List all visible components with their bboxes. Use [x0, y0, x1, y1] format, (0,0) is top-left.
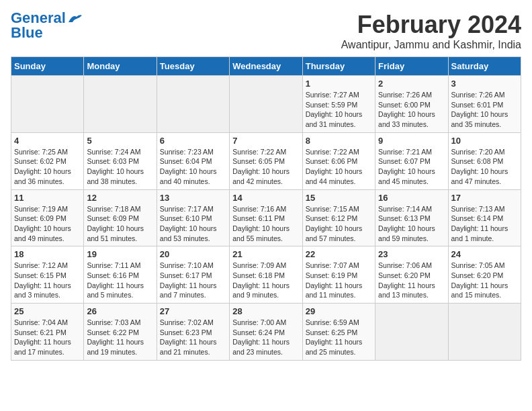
calendar-day-cell: 20Sunrise: 7:10 AM Sunset: 6:17 PM Dayli… — [157, 246, 229, 304]
calendar-day-cell: 9Sunrise: 7:21 AM Sunset: 6:07 PM Daylig… — [375, 132, 448, 189]
day-number: 21 — [232, 249, 299, 259]
calendar-table: SundayMondayTuesdayWednesdayThursdayFrid… — [11, 56, 521, 361]
day-number: 7 — [232, 136, 299, 146]
day-info: Sunrise: 7:26 AM Sunset: 6:01 PM Dayligh… — [451, 90, 518, 130]
calendar-day-cell: 12Sunrise: 7:18 AM Sunset: 6:09 PM Dayli… — [84, 189, 157, 246]
calendar-day-cell: 10Sunrise: 7:20 AM Sunset: 6:08 PM Dayli… — [448, 132, 521, 189]
calendar-week-row: 11Sunrise: 7:19 AM Sunset: 6:09 PM Dayli… — [11, 189, 521, 246]
day-info: Sunrise: 7:04 AM Sunset: 6:21 PM Dayligh… — [14, 318, 81, 357]
calendar-day-cell: 22Sunrise: 7:07 AM Sunset: 6:19 PM Dayli… — [302, 246, 375, 304]
day-number: 2 — [378, 79, 445, 89]
day-info: Sunrise: 7:10 AM Sunset: 6:17 PM Dayligh… — [160, 261, 226, 300]
calendar-header-row: SundayMondayTuesdayWednesdayThursdayFrid… — [11, 57, 521, 76]
day-number: 26 — [87, 306, 153, 316]
calendar-day-cell: 3Sunrise: 7:26 AM Sunset: 6:01 PM Daylig… — [448, 76, 521, 133]
logo-bird-icon — [67, 13, 82, 25]
calendar-day-cell: 13Sunrise: 7:17 AM Sunset: 6:10 PM Dayli… — [157, 189, 229, 246]
day-number: 15 — [306, 193, 372, 203]
calendar-day-cell: 27Sunrise: 7:02 AM Sunset: 6:23 PM Dayli… — [157, 304, 229, 361]
day-number: 22 — [306, 249, 372, 259]
calendar-day-cell — [157, 76, 229, 133]
day-info: Sunrise: 7:07 AM Sunset: 6:19 PM Dayligh… — [306, 261, 372, 300]
location-title: Awantipur, Jammu and Kashmir, India — [341, 39, 521, 51]
calendar-day-cell: 5Sunrise: 7:24 AM Sunset: 6:03 PM Daylig… — [84, 132, 157, 189]
day-info: Sunrise: 6:59 AM Sunset: 6:25 PM Dayligh… — [306, 318, 372, 357]
day-number: 5 — [87, 136, 153, 146]
day-info: Sunrise: 7:26 AM Sunset: 6:00 PM Dayligh… — [378, 90, 445, 130]
day-number: 16 — [378, 193, 445, 203]
day-info: Sunrise: 7:18 AM Sunset: 6:09 PM Dayligh… — [87, 204, 153, 244]
day-number: 6 — [160, 136, 226, 146]
calendar-day-cell: 23Sunrise: 7:06 AM Sunset: 6:20 PM Dayli… — [375, 246, 448, 304]
day-info: Sunrise: 7:00 AM Sunset: 6:24 PM Dayligh… — [232, 318, 299, 357]
calendar-week-row: 4Sunrise: 7:25 AM Sunset: 6:02 PM Daylig… — [11, 132, 521, 189]
header: General Blue February 2024 Awantipur, Ja… — [11, 11, 521, 51]
day-number: 27 — [160, 306, 226, 316]
day-info: Sunrise: 7:14 AM Sunset: 6:13 PM Dayligh… — [378, 204, 445, 244]
month-year-title: February 2024 — [341, 11, 521, 39]
calendar-header-cell: Thursday — [302, 57, 375, 76]
calendar-day-cell — [230, 76, 302, 133]
calendar-day-cell: 28Sunrise: 7:00 AM Sunset: 6:24 PM Dayli… — [230, 304, 302, 361]
calendar-week-row: 18Sunrise: 7:12 AM Sunset: 6:15 PM Dayli… — [11, 246, 521, 304]
day-number: 12 — [87, 193, 153, 203]
calendar-day-cell: 24Sunrise: 7:05 AM Sunset: 6:20 PM Dayli… — [448, 246, 521, 304]
day-number: 14 — [232, 193, 299, 203]
calendar-day-cell: 25Sunrise: 7:04 AM Sunset: 6:21 PM Dayli… — [11, 304, 84, 361]
day-info: Sunrise: 7:21 AM Sunset: 6:07 PM Dayligh… — [378, 147, 445, 187]
day-info: Sunrise: 7:05 AM Sunset: 6:20 PM Dayligh… — [451, 261, 518, 300]
day-number: 9 — [378, 136, 445, 146]
calendar-day-cell — [375, 304, 448, 361]
calendar-day-cell: 2Sunrise: 7:26 AM Sunset: 6:00 PM Daylig… — [375, 76, 448, 133]
calendar-week-row: 25Sunrise: 7:04 AM Sunset: 6:21 PM Dayli… — [11, 304, 521, 361]
calendar-header-cell: Sunday — [11, 57, 84, 76]
day-number: 4 — [14, 136, 81, 146]
day-info: Sunrise: 7:11 AM Sunset: 6:16 PM Dayligh… — [87, 261, 153, 300]
calendar-day-cell — [11, 76, 84, 133]
day-info: Sunrise: 7:15 AM Sunset: 6:12 PM Dayligh… — [306, 204, 372, 244]
day-number: 13 — [160, 193, 226, 203]
day-info: Sunrise: 7:22 AM Sunset: 6:06 PM Dayligh… — [306, 147, 372, 187]
calendar-day-cell: 4Sunrise: 7:25 AM Sunset: 6:02 PM Daylig… — [11, 132, 84, 189]
day-number: 24 — [451, 249, 518, 259]
calendar-day-cell: 6Sunrise: 7:23 AM Sunset: 6:04 PM Daylig… — [157, 132, 229, 189]
calendar-day-cell: 26Sunrise: 7:03 AM Sunset: 6:22 PM Dayli… — [84, 304, 157, 361]
day-info: Sunrise: 7:25 AM Sunset: 6:02 PM Dayligh… — [14, 147, 81, 187]
calendar-header-cell: Friday — [375, 57, 448, 76]
day-number: 10 — [451, 136, 518, 146]
day-info: Sunrise: 7:09 AM Sunset: 6:18 PM Dayligh… — [232, 261, 299, 300]
day-info: Sunrise: 7:19 AM Sunset: 6:09 PM Dayligh… — [14, 204, 81, 244]
calendar-day-cell: 7Sunrise: 7:22 AM Sunset: 6:05 PM Daylig… — [230, 132, 302, 189]
calendar-day-cell — [84, 76, 157, 133]
day-info: Sunrise: 7:22 AM Sunset: 6:05 PM Dayligh… — [232, 147, 299, 187]
day-info: Sunrise: 7:13 AM Sunset: 6:14 PM Dayligh… — [451, 204, 518, 244]
day-number: 19 — [87, 249, 153, 259]
calendar-week-row: 1Sunrise: 7:27 AM Sunset: 5:59 PM Daylig… — [11, 76, 521, 133]
calendar-day-cell: 14Sunrise: 7:16 AM Sunset: 6:11 PM Dayli… — [230, 189, 302, 246]
calendar-body: 1Sunrise: 7:27 AM Sunset: 5:59 PM Daylig… — [11, 76, 521, 361]
day-number: 17 — [451, 193, 518, 203]
title-area: February 2024 Awantipur, Jammu and Kashm… — [341, 11, 521, 51]
day-number: 18 — [14, 249, 81, 259]
day-info: Sunrise: 7:06 AM Sunset: 6:20 PM Dayligh… — [378, 261, 445, 300]
day-number: 3 — [451, 79, 518, 89]
day-info: Sunrise: 7:16 AM Sunset: 6:11 PM Dayligh… — [232, 204, 299, 244]
calendar-header-cell: Wednesday — [230, 57, 302, 76]
day-number: 20 — [160, 249, 226, 259]
day-number: 23 — [378, 249, 445, 259]
calendar-day-cell: 8Sunrise: 7:22 AM Sunset: 6:06 PM Daylig… — [302, 132, 375, 189]
day-number: 8 — [306, 136, 372, 146]
day-info: Sunrise: 7:24 AM Sunset: 6:03 PM Dayligh… — [87, 147, 153, 187]
logo: General Blue — [11, 11, 82, 40]
day-info: Sunrise: 7:17 AM Sunset: 6:10 PM Dayligh… — [160, 204, 226, 244]
calendar-day-cell: 29Sunrise: 6:59 AM Sunset: 6:25 PM Dayli… — [302, 304, 375, 361]
day-info: Sunrise: 7:23 AM Sunset: 6:04 PM Dayligh… — [160, 147, 226, 187]
day-number: 28 — [232, 306, 299, 316]
calendar-day-cell: 17Sunrise: 7:13 AM Sunset: 6:14 PM Dayli… — [448, 189, 521, 246]
day-number: 25 — [14, 306, 81, 316]
calendar-day-cell: 16Sunrise: 7:14 AM Sunset: 6:13 PM Dayli… — [375, 189, 448, 246]
calendar-day-cell: 18Sunrise: 7:12 AM Sunset: 6:15 PM Dayli… — [11, 246, 84, 304]
calendar-day-cell: 11Sunrise: 7:19 AM Sunset: 6:09 PM Dayli… — [11, 189, 84, 246]
calendar-header-cell: Monday — [84, 57, 157, 76]
calendar-day-cell: 21Sunrise: 7:09 AM Sunset: 6:18 PM Dayli… — [230, 246, 302, 304]
